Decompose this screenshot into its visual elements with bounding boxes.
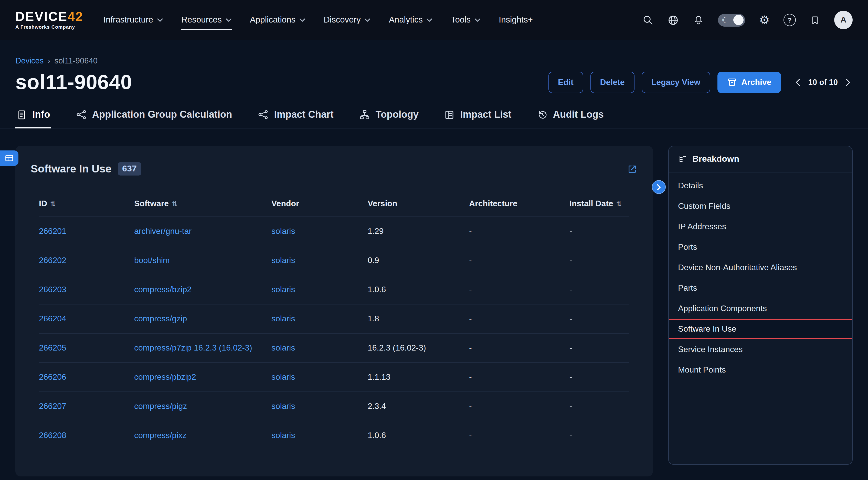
sidebar-item-ip-addresses[interactable]: IP Addresses [669,216,852,237]
history-icon [537,109,548,120]
table-row: 266201 archiver/gnu-tar solaris 1.29 - - [39,216,629,246]
sidebar-item-mount-points[interactable]: Mount Points [669,360,852,380]
vendor-link[interactable]: solaris [271,431,295,440]
vendor-link[interactable]: solaris [271,256,295,265]
vendor-link[interactable]: solaris [271,285,295,294]
sidebar-collapse-button[interactable] [652,180,666,194]
sidebar-item-service-instances[interactable]: Service Instances [669,339,852,360]
delete-button[interactable]: Delete [590,71,634,93]
column-header-install-date[interactable]: Install Date⇅ [569,199,629,208]
version-cell: 16.2.3 (16.02-3) [368,343,469,352]
settings-gear-icon[interactable]: ⚙ [759,14,770,26]
menu-discovery[interactable]: Discovery [323,10,371,29]
install-date-cell: - [569,402,629,411]
software-id-link[interactable]: 266201 [39,227,66,235]
help-icon[interactable]: ? [783,14,796,26]
archive-box-icon [727,77,737,87]
device42-logo[interactable]: DEVICE42 A Freshworks Company [16,10,84,30]
column-header-software[interactable]: Software⇅ [134,199,271,208]
software-name-link[interactable]: compress/p7zip 16.2.3 (16.02-3) [134,343,252,352]
tab-audit-logs[interactable]: Audit Logs [536,104,605,129]
table-row: 266206 compress/pbzip2 solaris 1.1.13 - … [39,362,629,391]
software-name-link[interactable]: compress/pbzip2 [134,373,196,381]
software-id-link[interactable]: 266205 [39,343,66,352]
install-date-cell: - [569,373,629,382]
software-id-link[interactable]: 266204 [39,314,66,323]
sidebar-item-device-non-authoritative-aliases[interactable]: Device Non-Authoritative Aliases [669,258,852,278]
side-panel-toggle[interactable] [0,150,19,166]
sidebar-item-parts[interactable]: Parts [669,278,852,298]
user-avatar[interactable]: A [834,11,852,29]
moon-icon: ☾ [722,16,728,24]
menu-resources[interactable]: Resources [181,10,232,29]
next-record-button[interactable] [844,76,852,88]
notifications-bell-icon[interactable] [693,14,704,26]
software-name-link[interactable]: archiver/gnu-tar [134,227,191,235]
software-name-link[interactable]: boot/shim [134,256,170,265]
tab-topology[interactable]: Topology [358,104,420,129]
bookmark-icon[interactable] [810,14,820,25]
application-group-icon [76,109,87,120]
install-date-cell: - [569,343,629,352]
menu-infrastructure[interactable]: Infrastructure [103,10,163,29]
column-header-version[interactable]: Version [368,199,469,208]
software-id-link[interactable]: 266207 [39,402,66,410]
software-id-link[interactable]: 266203 [39,285,66,294]
tab-application-group-calculation[interactable]: Application Group Calculation [75,104,233,129]
topology-icon [359,109,371,120]
sidebar-item-ports[interactable]: Ports [669,237,852,258]
search-icon[interactable] [643,14,654,26]
architecture-cell: - [469,431,569,440]
menu-analytics[interactable]: Analytics [389,10,433,29]
edit-button[interactable]: Edit [548,71,583,93]
app-window: DEVICE42 A Freshworks Company Infrastruc… [0,0,868,480]
vendor-link[interactable]: solaris [271,314,295,323]
legacy-view-button[interactable]: Legacy View [642,71,710,93]
table-row: 266204 compress/gzip solaris 1.8 - - [39,304,629,333]
impact-chart-icon [257,109,269,120]
software-name-link[interactable]: compress/bzip2 [134,285,191,294]
software-id-link[interactable]: 266202 [39,256,66,265]
breakdown-sidebar: Breakdown Details Custom Fields IP Addre… [668,146,852,465]
vendor-link[interactable]: solaris [271,402,295,410]
menu-tools[interactable]: Tools [451,10,481,29]
software-name-link[interactable]: compress/pigz [134,402,187,410]
architecture-cell: - [469,256,569,265]
software-id-link[interactable]: 266206 [39,373,66,381]
globe-icon[interactable] [668,14,679,26]
vendor-link[interactable]: solaris [271,343,295,352]
vendor-link[interactable]: solaris [271,373,295,381]
software-name-link[interactable]: compress/gzip [134,314,187,323]
archive-button[interactable]: Archive [717,71,781,93]
external-link-icon[interactable] [627,164,638,174]
column-header-id[interactable]: ID⇅ [39,199,134,208]
chevron-down-icon [300,18,305,22]
architecture-cell: - [469,402,569,411]
card-title: Software In Use [31,163,112,175]
table-panel-icon [5,153,14,163]
breadcrumb-devices-link[interactable]: Devices [16,56,43,66]
menu-applications[interactable]: Applications [249,10,306,29]
column-header-vendor[interactable]: Vendor [271,199,368,208]
tab-info[interactable]: Info [16,104,51,129]
theme-toggle[interactable]: ☾ [718,13,745,26]
architecture-cell: - [469,373,569,382]
page-header: sol11-90640 Edit Delete Legacy View Arch… [0,66,868,94]
sort-icon: ⇅ [50,200,56,207]
partial-next-row [39,450,629,471]
sidebar-item-application-components[interactable]: Application Components [669,298,852,319]
software-id-link[interactable]: 266208 [39,431,66,440]
software-table: ID⇅ Software⇅ Vendor Version Architectur… [39,191,629,450]
menu-insights[interactable]: Insights+ [498,10,533,29]
tab-impact-list[interactable]: Impact List [443,104,513,129]
sidebar-item-details[interactable]: Details [669,175,852,196]
sidebar-item-software-in-use[interactable]: Software In Use [668,319,852,339]
column-header-architecture[interactable]: Architecture [469,199,569,208]
architecture-cell: - [469,343,569,352]
table-row: 266202 boot/shim solaris 0.9 - - [39,246,629,275]
vendor-link[interactable]: solaris [271,227,295,235]
previous-record-button[interactable] [794,76,802,88]
sidebar-item-custom-fields[interactable]: Custom Fields [669,196,852,216]
tab-impact-chart[interactable]: Impact Chart [256,104,334,129]
software-name-link[interactable]: compress/pixz [134,431,187,440]
